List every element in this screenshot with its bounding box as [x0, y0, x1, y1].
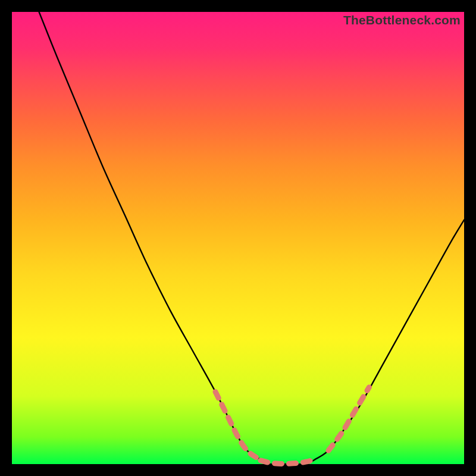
chart-frame: TheBottleneck.com	[0, 0, 476, 476]
dashed-highlight	[215, 387, 369, 464]
curve-svg	[12, 12, 464, 464]
plot-area: TheBottleneck.com	[12, 12, 464, 464]
highlight-segment	[215, 392, 256, 457]
highlight-segment	[328, 387, 369, 450]
bottleneck-curve	[39, 12, 464, 465]
highlight-segment	[261, 459, 315, 464]
